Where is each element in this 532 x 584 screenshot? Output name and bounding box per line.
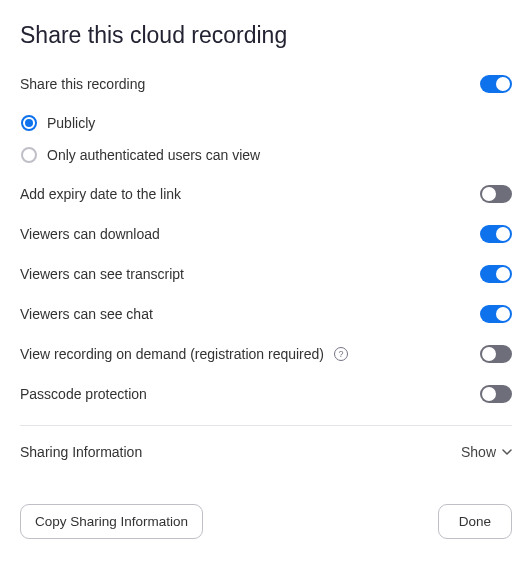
share-recording-toggle[interactable] [480, 75, 512, 93]
expiry-toggle[interactable] [480, 185, 512, 203]
download-toggle[interactable] [480, 225, 512, 243]
page-title: Share this cloud recording [20, 22, 512, 49]
transcript-row: Viewers can see transcript [20, 265, 512, 283]
copy-sharing-info-button[interactable]: Copy Sharing Information [20, 504, 203, 539]
radio-icon [21, 115, 37, 131]
ondemand-label: View recording on demand (registration r… [20, 346, 324, 362]
share-recording-row: Share this recording [20, 75, 512, 93]
expiry-label: Add expiry date to the link [20, 186, 181, 202]
footer: Copy Sharing Information Done [20, 504, 512, 539]
sharing-info-label: Sharing Information [20, 444, 142, 460]
ondemand-row: View recording on demand (registration r… [20, 345, 512, 363]
divider [20, 425, 512, 426]
visibility-option-label: Only authenticated users can view [47, 147, 260, 163]
expiry-row: Add expiry date to the link [20, 185, 512, 203]
ondemand-toggle[interactable] [480, 345, 512, 363]
sharing-info-row: Sharing Information Show [20, 444, 512, 460]
chevron-down-icon [502, 449, 512, 455]
sharing-info-toggle-label: Show [461, 444, 496, 460]
radio-icon [21, 147, 37, 163]
share-recording-label: Share this recording [20, 76, 145, 92]
passcode-label: Passcode protection [20, 386, 147, 402]
transcript-label: Viewers can see transcript [20, 266, 184, 282]
visibility-option-publicly[interactable]: Publicly [21, 115, 512, 131]
chat-toggle[interactable] [480, 305, 512, 323]
help-icon[interactable]: ? [334, 347, 348, 361]
passcode-row: Passcode protection [20, 385, 512, 403]
download-label: Viewers can download [20, 226, 160, 242]
chat-row: Viewers can see chat [20, 305, 512, 323]
visibility-option-authenticated[interactable]: Only authenticated users can view [21, 147, 512, 163]
visibility-radio-group: Publicly Only authenticated users can vi… [20, 115, 512, 163]
download-row: Viewers can download [20, 225, 512, 243]
done-button[interactable]: Done [438, 504, 512, 539]
transcript-toggle[interactable] [480, 265, 512, 283]
chat-label: Viewers can see chat [20, 306, 153, 322]
passcode-toggle[interactable] [480, 385, 512, 403]
visibility-option-label: Publicly [47, 115, 95, 131]
sharing-info-show[interactable]: Show [461, 444, 512, 460]
